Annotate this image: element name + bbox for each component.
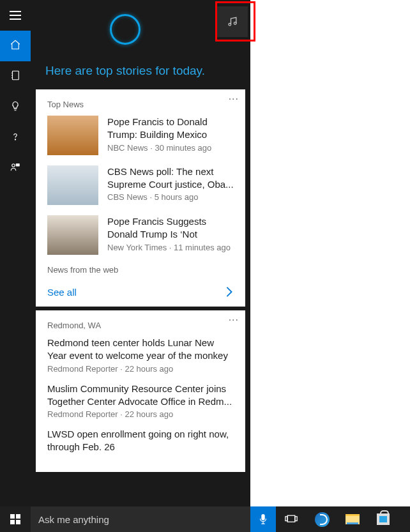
top-news-card: ··· Top News Pope Francis to Donald Trum… <box>36 89 245 307</box>
cortana-sidebar <box>0 0 31 506</box>
story-meta: CBS News · 5 hours ago <box>107 192 234 202</box>
news-story[interactable]: Muslim Community Resource Center joins T… <box>47 383 234 420</box>
start-button[interactable] <box>0 506 31 532</box>
story-title: Pope Francis Suggests Donald Trump Is ‘N… <box>107 215 234 241</box>
news-story[interactable]: CBS News poll: The next Supreme Court ju… <box>47 165 234 205</box>
svg-point-7 <box>229 23 231 26</box>
cortana-search-box[interactable]: Ask me anything <box>31 506 250 532</box>
store-icon <box>377 513 390 525</box>
sidebar-feedback[interactable] <box>0 153 31 184</box>
edge-icon <box>315 512 330 527</box>
story-thumbnail <box>47 165 98 205</box>
news-story[interactable]: Redmond teen center holds Lunar New Year… <box>47 337 234 374</box>
cortana-panel: Here are top stories for today. ··· Top … <box>0 0 250 506</box>
music-search-button[interactable] <box>217 6 248 37</box>
chevron-right-icon <box>225 286 234 298</box>
notebook-icon <box>10 70 21 84</box>
microphone-button[interactable] <box>250 506 276 532</box>
news-story[interactable]: Pope Francis Suggests Donald Trump Is ‘N… <box>47 215 234 255</box>
sidebar-notebook[interactable] <box>0 61 31 92</box>
svg-rect-11 <box>285 517 287 521</box>
news-story[interactable]: Pope Francis to Donald Trump: Building M… <box>47 116 234 155</box>
cortana-header: Here are top stories for today. <box>0 0 250 89</box>
edge-button[interactable] <box>307 506 337 532</box>
news-from-web-label: News from the web <box>47 265 234 275</box>
store-button[interactable] <box>368 506 399 532</box>
windows-logo-icon <box>10 514 20 524</box>
story-meta: NBC News · 30 minutes ago <box>107 143 234 153</box>
greeting-text: Here are top stories for today. <box>0 64 250 78</box>
story-title: Muslim Community Resource Center joins T… <box>47 383 234 409</box>
sidebar-home[interactable] <box>0 31 31 61</box>
local-news-label: Redmond, WA <box>47 321 234 330</box>
feedback-icon <box>10 162 21 176</box>
lightbulb-icon <box>10 100 21 114</box>
cortana-ring-icon <box>110 14 140 45</box>
svg-point-5 <box>12 164 15 167</box>
svg-rect-12 <box>295 517 297 521</box>
sidebar-help[interactable] <box>0 123 31 153</box>
hamburger-icon <box>10 11 21 20</box>
svg-rect-0 <box>13 71 19 80</box>
svg-point-8 <box>234 22 236 25</box>
story-meta: Redmond Reporter · 22 hours ago <box>47 409 234 419</box>
story-thumbnail <box>47 116 98 155</box>
local-news-card: ··· Redmond, WA Redmond teen center hold… <box>36 310 245 472</box>
svg-rect-9 <box>261 514 264 521</box>
top-news-label: Top News <box>47 100 234 109</box>
question-icon <box>10 131 21 145</box>
story-meta: Redmond Reporter · 22 hours ago <box>47 364 234 374</box>
file-explorer-button[interactable] <box>337 506 368 532</box>
menu-button[interactable] <box>0 0 31 31</box>
search-placeholder: Ask me anything <box>38 514 109 525</box>
sidebar-tips[interactable] <box>0 92 31 123</box>
svg-point-4 <box>15 139 15 140</box>
story-title: LWSD open enrollment going on right now,… <box>47 428 234 454</box>
task-view-button[interactable] <box>276 506 307 532</box>
news-story[interactable]: LWSD open enrollment going on right now,… <box>47 428 234 454</box>
story-title: Pope Francis to Donald Trump: Building M… <box>107 116 234 141</box>
story-meta: New York Times · 11 minutes ago <box>107 243 234 252</box>
folder-icon <box>345 514 360 524</box>
story-thumbnail <box>47 215 98 255</box>
see-all-label: See all <box>47 287 77 298</box>
card-more-button[interactable]: ··· <box>229 93 239 105</box>
story-title: Redmond teen center holds Lunar New Year… <box>47 337 234 363</box>
cortana-content: ··· Top News Pope Francis to Donald Trum… <box>36 89 245 506</box>
taskbar: Ask me anything <box>0 506 410 532</box>
task-view-icon <box>285 514 298 524</box>
story-title: CBS News poll: The next Supreme Court ju… <box>107 165 234 190</box>
card-more-button[interactable]: ··· <box>229 314 239 326</box>
microphone-icon <box>259 513 268 525</box>
svg-rect-6 <box>16 163 20 167</box>
see-all-button[interactable]: See all <box>47 284 234 298</box>
svg-rect-10 <box>287 515 295 522</box>
home-icon <box>10 39 21 53</box>
music-note-icon <box>226 15 239 28</box>
